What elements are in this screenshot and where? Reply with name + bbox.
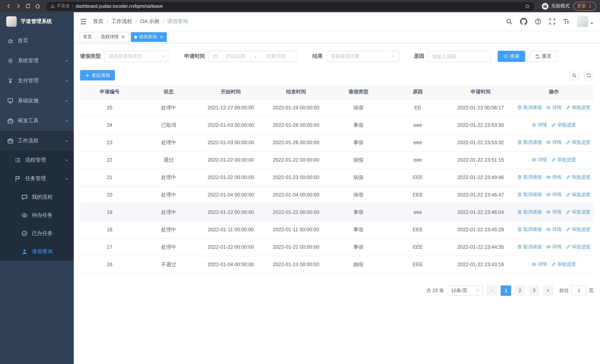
progress-link[interactable]: 审批进度 bbox=[566, 209, 590, 215]
cancel-leave-link[interactable]: 取消请假 bbox=[517, 226, 542, 233]
progress-link[interactable]: 审批进度 bbox=[566, 192, 590, 198]
user-avatar-menu[interactable] bbox=[577, 16, 594, 27]
tab-leave-query[interactable]: 请假查询 bbox=[131, 32, 167, 42]
cell-apply-id: 19 bbox=[80, 204, 139, 221]
create-leave-button[interactable]: 发起请假 bbox=[80, 70, 115, 80]
progress-link[interactable]: 审批进度 bbox=[552, 157, 576, 163]
sidebar-item-process-management[interactable]: 流程管理 bbox=[0, 151, 74, 169]
edit-icon bbox=[566, 193, 570, 197]
breadcrumb-home[interactable]: 首页 bbox=[93, 18, 103, 25]
sidebar-item-my-processes[interactable]: 我的流程 bbox=[0, 188, 74, 206]
address-bar[interactable]: 不安全 dashboard.yudao.iocoder.cn/bpm/oa/le… bbox=[46, 2, 534, 10]
next-page-button[interactable] bbox=[543, 285, 553, 296]
search-button[interactable]: 搜索 bbox=[498, 51, 525, 62]
detail-link[interactable]: 详情 bbox=[546, 104, 562, 111]
cell-reason: eee bbox=[388, 134, 447, 151]
detail-link[interactable]: 详情 bbox=[532, 122, 547, 128]
font-size-icon[interactable] bbox=[563, 18, 570, 25]
close-icon[interactable] bbox=[121, 35, 125, 39]
browser-update-menu-button[interactable]: 更新 bbox=[573, 2, 596, 10]
progress-link[interactable]: 审批进度 bbox=[566, 104, 590, 111]
apply-time-range-picker[interactable]: 开始日期 - 结束日期 bbox=[209, 51, 298, 62]
cell-apply-time: 2022-01-22 23:49:46 bbox=[447, 169, 514, 186]
cancel-leave-link[interactable]: 取消请假 bbox=[517, 104, 542, 111]
tab-home[interactable]: 首页 bbox=[80, 32, 95, 42]
github-icon[interactable] bbox=[520, 18, 527, 25]
reset-button[interactable]: 重置 bbox=[530, 51, 557, 62]
cell-leave-type: 病假 bbox=[329, 169, 388, 186]
table-row: 19 处理中 2022-01-22 00:00:00 2022-01-22 00… bbox=[80, 204, 594, 221]
cancel-leave-link[interactable]: 取消请假 bbox=[517, 209, 542, 215]
incognito-badge: 无痕模式 bbox=[542, 3, 570, 9]
sidebar-item-dev-tools[interactable]: 研发工具 bbox=[0, 111, 74, 131]
pagination: 共 23 条 10条/页 1 2 3 前往 页 bbox=[80, 285, 594, 296]
cell-status: 处理中 bbox=[139, 186, 198, 204]
cell-reason: eee bbox=[388, 151, 447, 169]
incognito-label: 无痕模式 bbox=[551, 3, 570, 9]
app-logo[interactable]: 芋道管理系统 bbox=[0, 12, 74, 31]
sidebar-item-workflow[interactable]: 工作流程 bbox=[0, 131, 74, 151]
edit-icon bbox=[566, 227, 570, 232]
sidebar-item-leave-query[interactable]: 请假查询 bbox=[0, 243, 74, 261]
search-icon[interactable] bbox=[506, 18, 513, 25]
sidebar-collapse-icon[interactable] bbox=[80, 18, 87, 25]
cancel-leave-link[interactable]: 取消请假 bbox=[517, 174, 542, 180]
reason-label: 原因 bbox=[414, 53, 424, 60]
page-size-select[interactable]: 10条/页 bbox=[448, 285, 483, 296]
chevron-right-icon bbox=[546, 288, 550, 293]
detail-link[interactable]: 详情 bbox=[532, 261, 547, 268]
browser-home-button[interactable] bbox=[33, 1, 42, 11]
page-button-1[interactable]: 1 bbox=[501, 285, 511, 296]
eye-icon bbox=[546, 227, 551, 232]
fullscreen-icon[interactable] bbox=[549, 18, 555, 25]
browser-reload-button[interactable] bbox=[23, 1, 33, 11]
refresh-table-button[interactable] bbox=[584, 70, 594, 80]
browser-back-button[interactable] bbox=[4, 1, 13, 11]
sidebar-item-payment-management[interactable]: 支付管理 bbox=[0, 71, 74, 91]
screen: 不安全 dashboard.yudao.iocoder.cn/bpm/oa/le… bbox=[0, 0, 600, 364]
detail-link[interactable]: 详情 bbox=[546, 192, 562, 198]
sidebar-item-task-management[interactable]: 任务管理 bbox=[0, 169, 74, 188]
page-button-2[interactable]: 2 bbox=[515, 285, 525, 296]
detail-link[interactable]: 详情 bbox=[546, 209, 562, 215]
tab-process-detail[interactable]: 流程详情 bbox=[97, 32, 129, 42]
progress-link[interactable]: 审批进度 bbox=[552, 261, 576, 268]
sidebar-item-done-tasks[interactable]: 已办任务 bbox=[0, 224, 74, 243]
prev-page-button[interactable] bbox=[487, 285, 497, 296]
progress-link[interactable]: 审批进度 bbox=[552, 122, 576, 128]
detail-link[interactable]: 详情 bbox=[546, 244, 562, 250]
sidebar-item-system-management[interactable]: 系统管理 bbox=[0, 51, 74, 71]
cell-apply-time: 2022-01-22 23:53:32 bbox=[447, 134, 514, 151]
detail-link[interactable]: 详情 bbox=[546, 226, 562, 233]
detail-link[interactable]: 详情 bbox=[532, 157, 547, 163]
close-icon[interactable] bbox=[159, 35, 163, 39]
progress-link[interactable]: 审批进度 bbox=[566, 174, 590, 180]
page-button-3[interactable]: 3 bbox=[529, 285, 539, 296]
reason-input[interactable] bbox=[428, 51, 490, 62]
sidebar-item-todo-tasks[interactable]: 待办任务 bbox=[0, 206, 74, 224]
sidebar-item-infrastructure[interactable]: 基础设施 bbox=[0, 91, 74, 111]
leave-type-select[interactable]: 请选择请假类型 bbox=[104, 51, 169, 62]
toggle-search-button[interactable] bbox=[569, 70, 579, 80]
progress-link[interactable]: 审批进度 bbox=[566, 244, 590, 250]
security-chip[interactable]: 不安全 bbox=[50, 3, 70, 9]
progress-link[interactable]: 审批进度 bbox=[566, 139, 590, 146]
goto-page-input[interactable] bbox=[572, 285, 586, 296]
result-select[interactable]: 请选择流结果 bbox=[327, 51, 399, 62]
detail-link[interactable]: 详情 bbox=[546, 174, 562, 180]
sidebar-item-home[interactable]: 首页 bbox=[0, 31, 74, 51]
cancel-leave-link[interactable]: 取消请假 bbox=[517, 192, 542, 198]
bookmark-star-button[interactable] bbox=[525, 3, 530, 9]
help-icon[interactable] bbox=[535, 18, 542, 25]
detail-link[interactable]: 详情 bbox=[546, 139, 562, 146]
cell-status: 处理中 bbox=[139, 221, 198, 238]
cancel-leave-link[interactable]: 取消请假 bbox=[517, 139, 542, 146]
eye-icon bbox=[546, 193, 551, 197]
cell-leave-type: 婚假 bbox=[329, 256, 388, 273]
browser-forward-button[interactable] bbox=[13, 1, 23, 11]
breadcrumb-workflow[interactable]: 工作流程 bbox=[111, 18, 132, 25]
cancel-leave-link[interactable]: 取消请假 bbox=[517, 244, 542, 250]
leave-table: 申请编号 状态 开始时间 结束时间 请假类型 原因 申请时间 操作 25 处理中… bbox=[80, 85, 594, 273]
progress-link[interactable]: 审批进度 bbox=[566, 226, 590, 233]
incognito-icon bbox=[542, 3, 548, 9]
